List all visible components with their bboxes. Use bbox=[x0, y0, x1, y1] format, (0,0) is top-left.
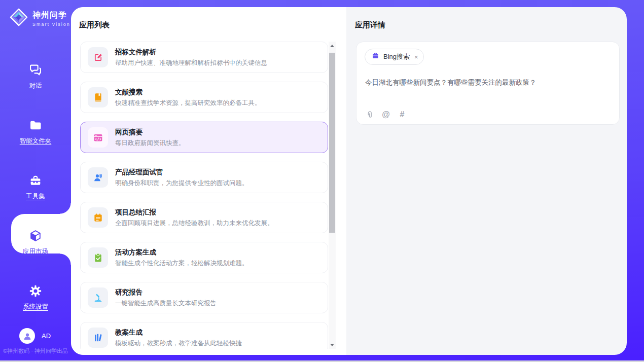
diamond-logo-icon bbox=[9, 8, 28, 29]
app-card-title: 产品经理面试官 bbox=[115, 168, 248, 177]
sidebar-item-cube[interactable]: 应用市场 bbox=[0, 214, 71, 270]
chip-close-icon[interactable]: × bbox=[414, 54, 418, 60]
app-list-panel: 应用列表 招标文件解析 帮助用户快速、准确地理解和解析招标书中的关键信息 文献搜… bbox=[71, 7, 346, 355]
hash-icon[interactable]: # bbox=[398, 110, 407, 119]
sidebar-item-chat[interactable]: 对话 bbox=[0, 49, 71, 104]
app-card[interactable]: 项目总结汇报 全面回顾项目进展，总结经验教训，助力未来优化发展。 bbox=[80, 202, 328, 233]
folder-icon bbox=[28, 118, 43, 133]
app-card-title: 招标文件解析 bbox=[115, 48, 267, 57]
app-card-title: 网页摘要 bbox=[115, 128, 185, 137]
pill-fillet-top bbox=[60, 203, 71, 214]
app-card-desc: 明确身份和职责，为您提供专业性的面试问题。 bbox=[115, 179, 248, 188]
app-card[interactable]: 活动方案生成 智能生成个性化活动方案，轻松解决规划难题。 bbox=[80, 242, 328, 273]
scroll-up-button[interactable] bbox=[329, 43, 336, 49]
books-icon bbox=[88, 328, 108, 348]
app-list: 招标文件解析 帮助用户快速、准确地理解和解析招标书中的关键信息 文献搜索 快速精… bbox=[71, 42, 330, 349]
cube-icon bbox=[28, 228, 43, 243]
app-card-title: 项目总结汇报 bbox=[115, 208, 274, 217]
app-detail-title: 应用详情 bbox=[355, 20, 385, 30]
app-card-desc: 每日政府新闻资讯快查。 bbox=[115, 139, 185, 148]
sidebar-item-folder[interactable]: 智能文件夹 bbox=[0, 104, 71, 159]
interviewer-icon bbox=[88, 167, 108, 188]
sidebar-item-label: 应用市场 bbox=[23, 247, 48, 256]
brand-name: 神州问学 bbox=[32, 10, 70, 21]
sidebar-item-gear[interactable]: 系统设置 bbox=[0, 270, 71, 325]
sidebar-nav: 对话 智能文件夹 工具集 应用市场 系统设置 bbox=[0, 49, 71, 325]
app-card-desc: 全面回顾项目进展，总结经验教训，助力未来优化发展。 bbox=[115, 219, 274, 228]
paperclip-icon[interactable] bbox=[365, 110, 374, 119]
copyright-text: ©神州数码 · 神州问学出品 bbox=[3, 347, 69, 355]
scrollbar[interactable] bbox=[329, 42, 336, 349]
toolbox-icon bbox=[28, 173, 43, 188]
user-row[interactable]: AD bbox=[19, 328, 51, 344]
user-avatar-icon bbox=[19, 328, 35, 344]
app-card-desc: 模板驱动，教案秒成，教学准备从此轻松快捷 bbox=[115, 339, 242, 348]
scroll-down-button[interactable] bbox=[329, 342, 336, 348]
app-card[interactable]: 产品经理面试官 明确身份和职责，为您提供专业性的面试问题。 bbox=[80, 162, 328, 193]
tool-chip-label: Bing搜索 bbox=[383, 52, 410, 61]
app-card-title: 教案生成 bbox=[115, 328, 242, 337]
app-card-desc: 一键智能生成高质量长文本研究报告 bbox=[115, 299, 217, 308]
brand-subtitle: Smart Vision bbox=[32, 22, 70, 27]
app-card-title: 活动方案生成 bbox=[115, 248, 248, 257]
app-card[interactable]: 文献搜索 快速精准查找学术资源，提高研究效率的必备工具。 bbox=[80, 82, 328, 113]
prompt-input-card[interactable]: Bing搜索 × 今日湖北有哪些新闻要点？有哪些需要关注的最新政策？ @ # bbox=[356, 42, 620, 125]
app-card-title: 文献搜索 bbox=[115, 88, 261, 97]
sidebar-item-label: 系统设置 bbox=[23, 303, 48, 311]
app-card[interactable]: 网页摘要 每日政府新闻资讯快查。 bbox=[80, 122, 328, 153]
tool-chip-bing-search[interactable]: Bing搜索 × bbox=[365, 49, 424, 65]
microscope-icon bbox=[88, 287, 108, 308]
edit-document-icon bbox=[88, 47, 108, 67]
prompt-toolbar: @ # bbox=[365, 110, 407, 119]
app-card-desc: 快速精准查找学术资源，提高研究效率的必备工具。 bbox=[115, 99, 261, 107]
book-icon bbox=[88, 87, 108, 107]
prompt-text[interactable]: 今日湖北有哪些新闻要点？有哪些需要关注的最新政策？ bbox=[365, 78, 609, 88]
scrollbar-thumb[interactable] bbox=[329, 53, 335, 233]
content-area: 应用列表 招标文件解析 帮助用户快速、准确地理解和解析招标书中的关键信息 文献搜… bbox=[71, 7, 627, 355]
clipboard-check-icon bbox=[88, 247, 108, 268]
app-card[interactable]: 教案生成 模板驱动，教案秒成，教学准备从此轻松快捷 bbox=[80, 322, 328, 349]
chat-icon bbox=[28, 62, 43, 78]
user-name: AD bbox=[42, 332, 51, 340]
browser-icon bbox=[88, 127, 108, 148]
briefcase-icon bbox=[371, 52, 380, 62]
sidebar-item-label: 对话 bbox=[29, 82, 42, 90]
sidebar-item-label: 工具集 bbox=[26, 192, 45, 201]
brand-logo: 神州问学 Smart Vision bbox=[9, 8, 70, 29]
calendar-icon bbox=[88, 207, 108, 228]
gear-icon bbox=[28, 283, 43, 299]
app-card-desc: 智能生成个性化活动方案，轻松解决规划难题。 bbox=[115, 259, 248, 268]
sidebar: 神州问学 Smart Vision 对话 智能文件夹 工具集 应用市场 系统设置… bbox=[0, 0, 71, 362]
at-icon[interactable]: @ bbox=[381, 110, 390, 119]
app-card-title: 研究报告 bbox=[115, 288, 217, 297]
app-card[interactable]: 研究报告 一键智能生成高质量长文本研究报告 bbox=[80, 282, 328, 313]
app-card-desc: 帮助用户快速、准确地理解和解析招标书中的关键信息 bbox=[115, 59, 267, 67]
app-detail-panel: 应用详情 Bing搜索 × 今日湖北有哪些新闻要点？有哪些需要关注的最新政策？ … bbox=[346, 7, 627, 355]
sidebar-item-label: 智能文件夹 bbox=[20, 137, 52, 146]
app-card[interactable]: 招标文件解析 帮助用户快速、准确地理解和解析招标书中的关键信息 bbox=[80, 42, 328, 73]
app-list-title: 应用列表 bbox=[79, 20, 110, 30]
